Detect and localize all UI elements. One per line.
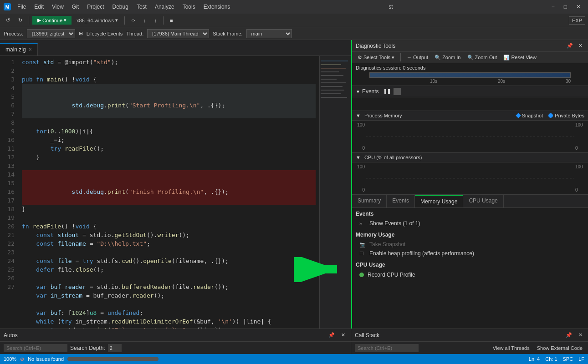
cpu-y-axis-right: 100 0	[574, 162, 588, 194]
events-pause-btn[interactable]	[384, 89, 390, 94]
status-encoding: LF	[578, 356, 584, 362]
menu-git[interactable]: Git	[68, 3, 82, 11]
tab-summary[interactable]: Summary	[352, 195, 387, 207]
bottom-split: Autos 📌 ✕ Call Stack 📌 ✕	[0, 329, 588, 341]
checkbox-icon: ☐	[359, 251, 366, 257]
memory-y-axis-left: 100 0	[352, 121, 366, 152]
chevron-down-icon: ▾	[392, 55, 394, 61]
minimize-btn[interactable]: −	[548, 4, 558, 10]
scrollbar-thumb	[67, 357, 159, 361]
search-depth-input[interactable]	[108, 344, 122, 352]
autos-close-btn[interactable]: ✕	[339, 331, 347, 339]
status-line: Ln: 4	[529, 356, 540, 362]
menu-project[interactable]: Project	[83, 3, 107, 11]
svg-rect-10	[321, 97, 347, 98]
step-into-btn[interactable]: ↓	[140, 16, 149, 25]
enable-heap-item[interactable]: ☐ Enable heap profiling (affects perform…	[356, 249, 584, 258]
title-bar: M File Edit View Git Project Debug Test …	[0, 0, 588, 14]
sep3	[163, 16, 164, 25]
tab-close-btn[interactable]: ×	[29, 46, 32, 53]
output-icon: →	[407, 55, 412, 60]
thread-select[interactable]: [17936] Main Thread	[147, 29, 209, 38]
camera-icon: 📷	[359, 242, 366, 248]
memory-collapse-icon: ▼	[356, 113, 361, 118]
menu-view[interactable]: View	[48, 3, 67, 11]
svg-rect-7	[321, 86, 343, 87]
code-line-24: var buf: [1024]u8 = undefined;	[22, 308, 316, 317]
cpu-chart: 100 0 100 0	[352, 162, 588, 194]
call-stack-search-input[interactable]	[355, 344, 419, 352]
panel-title: Diagnostic Tools	[356, 43, 395, 49]
svg-rect-11	[366, 121, 574, 152]
panel-toolbar: ⚙ Select Tools ▾ → Output 🔍 Zoom In 🔍 Zo…	[352, 52, 588, 63]
code-editor[interactable]: const std = @import("std"); pub fn main(…	[18, 56, 319, 329]
private-bytes-legend: Private Bytes	[548, 113, 584, 118]
tab-cpu-usage[interactable]: CPU Usage	[463, 195, 503, 207]
gear-icon: ⚙	[358, 55, 362, 61]
close-btn[interactable]: ✕	[573, 4, 584, 10]
pause-icon-right	[388, 89, 390, 94]
step-over-btn[interactable]: ⤼	[128, 16, 138, 25]
timeline-bar	[369, 72, 571, 78]
reset-view-btn[interactable]: 📊 Reset View	[501, 54, 538, 61]
cpu-y-axis-left: 100 0	[352, 162, 366, 194]
events-section-title: Events	[362, 88, 379, 95]
arch-select[interactable]: x86_64-windows ▾	[73, 16, 121, 25]
zoom-in-btn[interactable]: 🔍 Zoom In	[433, 54, 462, 61]
exp-btn[interactable]: EXP	[569, 16, 585, 25]
cpu-title: CPU (% of all processors)	[364, 155, 422, 160]
code-line-5	[22, 118, 316, 127]
view-all-threads-btn[interactable]: View all Threads	[491, 344, 532, 352]
toolbar: ↺ ↻ ▶ Continue ▾ x86_64-windows ▾ ⤼ ↓ ↑ …	[0, 14, 588, 27]
cpu-header: ▼ CPU (% of all processors)	[352, 153, 588, 162]
process-select[interactable]: [13960] zigtest	[27, 29, 75, 38]
continue-btn[interactable]: ▶ Continue ▾	[32, 16, 72, 25]
menu-extensions[interactable]: Extensions	[200, 3, 234, 11]
menu-file[interactable]: File	[14, 3, 30, 11]
step-out-btn[interactable]: ↑	[151, 16, 160, 25]
code-line-10	[22, 162, 316, 170]
stack-frame-select[interactable]: main	[246, 29, 292, 38]
select-tools-btn[interactable]: ⚙ Select Tools ▾	[356, 54, 396, 61]
panel-pin-btn[interactable]: 📌	[565, 42, 575, 50]
code-line-2	[22, 66, 316, 75]
undo-btn[interactable]: ↺	[3, 16, 13, 25]
process-label: Process:	[4, 31, 23, 36]
search-area: Search Depth: View all Threads Show Exte…	[0, 341, 588, 354]
take-snapshot-item[interactable]: 📷 Take Snapshot	[356, 240, 584, 249]
status-error-icon: ⊘	[20, 356, 24, 362]
scrollbar[interactable]	[67, 357, 159, 361]
maximize-btn[interactable]: □	[560, 4, 571, 10]
tab-events[interactable]: Events	[387, 195, 415, 207]
status-indent: SPC	[563, 356, 573, 362]
menu-bar: File Edit View Git Project Debug Test An…	[14, 3, 234, 11]
code-line-16: const filename = "D:\\help.txt";	[22, 239, 316, 248]
output-btn[interactable]: → Output	[405, 54, 430, 61]
status-zoom: 100%	[4, 356, 16, 362]
events-section-header[interactable]: ▼ Events	[352, 86, 588, 97]
redo-btn[interactable]: ↻	[15, 16, 26, 25]
menu-test[interactable]: Test	[133, 3, 150, 11]
svg-rect-8	[321, 90, 344, 91]
autos-pin-btn[interactable]: 📌	[327, 331, 337, 339]
menu-debug[interactable]: Debug	[109, 3, 132, 11]
stop-btn[interactable]: ■	[167, 16, 176, 25]
autos-search-input[interactable]	[4, 344, 67, 352]
zoom-out-btn[interactable]: 🔍 Zoom Out	[465, 54, 499, 61]
menu-tools[interactable]: Tools	[179, 3, 199, 11]
call-stack-close-btn[interactable]: ✕	[577, 331, 584, 339]
call-stack-pin-btn[interactable]: 📌	[564, 331, 574, 339]
code-line-22: var in_stream = buf_reader.reader();	[22, 291, 316, 300]
panel-close-btn[interactable]: ✕	[577, 42, 584, 50]
show-events-item[interactable]: » Show Events (1 of 1)	[356, 219, 584, 228]
record-cpu-item[interactable]: Record CPU Profile	[356, 270, 584, 280]
tab-main-zig[interactable]: main.zig ×	[0, 43, 38, 56]
menu-edit[interactable]: Edit	[31, 3, 47, 11]
svg-rect-2	[321, 68, 346, 69]
code-line-4: ▶ std.debug.print("Start Profiling.\n", …	[22, 84, 316, 118]
events-stop-btn[interactable]	[394, 88, 401, 95]
show-external-code-btn[interactable]: Show External Code	[535, 344, 584, 352]
tab-memory-usage[interactable]: Memory Usage	[415, 195, 463, 207]
status-no-issues: No issues found	[28, 356, 64, 362]
menu-analyze[interactable]: Analyze	[151, 3, 178, 11]
